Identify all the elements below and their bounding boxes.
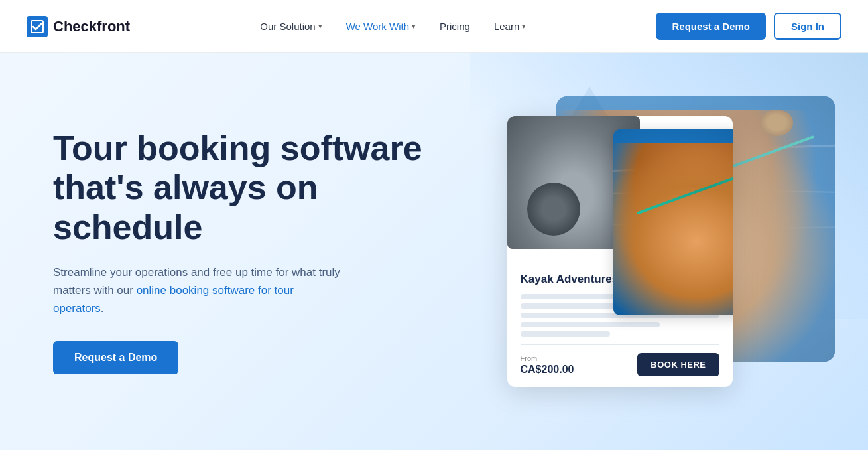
booking-card: Kayak Adventures From CA$200.00 BOOK HER… [507,116,733,387]
hero-title-line2: that's always on schedule [53,168,318,246]
hero-subtitle-text: Streamline your operations and free up t… [53,266,340,315]
book-here-button[interactable]: BOOK HERE [637,353,719,376]
booking-software-link[interactable]: online booking software for tour operato… [53,284,294,315]
hero-cta-button[interactable]: Request a Demo [53,341,178,374]
hero-right: Kayak Adventures From CA$200.00 BOOK HER… [424,116,815,387]
booking-card-images [507,116,733,262]
nav-item-pricing[interactable]: Pricing [430,15,479,37]
main-kayak-photo [613,129,733,315]
nav-label-learn: Learn [494,21,519,32]
hero-section: Tour booking software that's always on s… [0,53,868,450]
nav-actions: Request a Demo Sign In [656,13,841,40]
logo-icon [27,16,48,37]
hero-subtitle: Streamline your operations and free up t… [53,263,345,318]
nav-label-pricing: Pricing [440,21,470,32]
nav-links: Our Solution ▾ We Work With ▾ Pricing Le… [251,15,535,37]
dog [760,110,793,136]
navbar: Checkfront Our Solution ▾ We Work With ▾… [0,0,868,53]
hero-title: Tour booking software that's always on s… [53,129,424,248]
nav-label-our-solution: Our Solution [260,21,315,32]
placeholder-line-4 [521,322,660,327]
booking-footer: From CA$200.00 BOOK HERE [521,353,719,376]
nav-label-we-work-with: We Work With [346,21,409,32]
nav-item-learn[interactable]: Learn ▾ [485,15,535,37]
chevron-down-icon: ▾ [318,22,322,31]
sign-in-button[interactable]: Sign In [774,13,841,40]
main-kayak-person [613,143,733,315]
nav-item-we-work-with[interactable]: We Work With ▾ [337,15,425,37]
booking-price-label: From [521,354,574,362]
main-kayak-inner [613,129,733,315]
nav-item-our-solution[interactable]: Our Solution ▾ [251,15,331,37]
hero-title-line1: Tour booking software [53,129,422,167]
logo-text: Checkfront [53,18,130,35]
logo[interactable]: Checkfront [27,16,130,37]
chevron-down-icon: ▾ [522,22,526,31]
chevron-down-icon: ▾ [412,22,416,31]
request-demo-button[interactable]: Request a Demo [656,13,766,40]
booking-price: CA$200.00 [521,364,574,376]
booking-price-container: From CA$200.00 [521,354,574,376]
hero-left: Tour booking software that's always on s… [53,129,424,375]
booking-divider [521,344,719,345]
placeholder-line-5 [521,331,610,337]
